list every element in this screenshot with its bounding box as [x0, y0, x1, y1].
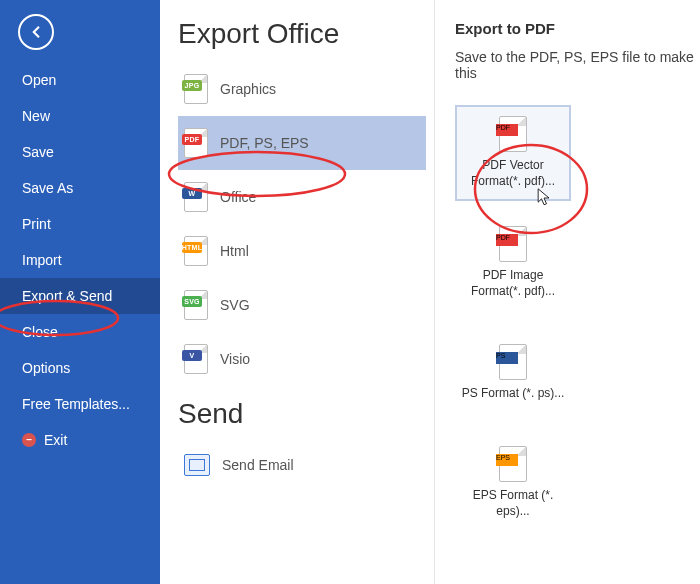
sidebar-item-label: Exit: [44, 432, 67, 448]
right-column: Export to PDF Save to the PDF, PS, EPS f…: [435, 0, 700, 584]
export-item-label: Html: [220, 243, 249, 259]
export-item-label: Visio: [220, 351, 250, 367]
svg-icon: SVG: [184, 290, 208, 320]
sidebar-item-label: Save: [22, 144, 54, 160]
sidebar-item-open[interactable]: Open: [0, 62, 160, 98]
sidebar-item-save-as[interactable]: Save As: [0, 170, 160, 206]
exit-icon: –: [22, 433, 36, 447]
word-icon: W: [184, 182, 208, 212]
pdf-icon: PDF: [184, 128, 208, 158]
app-root: Open New Save Save As Print Import Expor…: [0, 0, 700, 584]
send-item-email[interactable]: Send Email: [178, 442, 426, 488]
export-column: Export Office JPG Graphics PDF PDF, PS, …: [160, 0, 435, 584]
sidebar-item-new[interactable]: New: [0, 98, 160, 134]
export-item-svg[interactable]: SVG SVG: [178, 278, 426, 332]
file-menu-sidebar: Open New Save Save As Print Import Expor…: [0, 0, 160, 584]
sidebar-item-options[interactable]: Options: [0, 350, 160, 386]
sidebar-item-exit[interactable]: – Exit: [0, 422, 160, 458]
tile-label: PDF Vector Format(*. pdf)...: [461, 158, 565, 189]
sidebar-item-print[interactable]: Print: [0, 206, 160, 242]
export-item-label: Graphics: [220, 81, 276, 97]
tile-eps[interactable]: EPS EPS Format (*. eps)...: [455, 435, 571, 531]
export-heading: Export Office: [178, 18, 426, 50]
sidebar-item-import[interactable]: Import: [0, 242, 160, 278]
html-icon: HTML: [184, 236, 208, 266]
pdf-icon: PDF: [499, 226, 527, 262]
sidebar-item-export-send[interactable]: Export & Send: [0, 278, 160, 314]
send-list: Send Email: [178, 442, 426, 488]
sidebar-item-label: Print: [22, 216, 51, 232]
right-heading: Export to PDF: [455, 20, 694, 37]
tile-label: PS Format (*. ps)...: [462, 386, 565, 402]
tile-label: EPS Format (*. eps)...: [461, 488, 565, 519]
visio-icon: V: [184, 344, 208, 374]
pdf-icon: PDF: [499, 116, 527, 152]
tile-label: PDF Image Format(*. pdf)...: [461, 268, 565, 299]
arrow-left-icon: [27, 23, 45, 41]
sidebar-item-label: Options: [22, 360, 70, 376]
sidebar-item-label: Import: [22, 252, 62, 268]
export-item-label: Office: [220, 189, 256, 205]
export-item-visio[interactable]: V Visio: [178, 332, 426, 386]
export-item-label: PDF, PS, EPS: [220, 135, 309, 151]
cursor-icon: [537, 188, 551, 208]
tile-pdf-image[interactable]: PDF PDF Image Format(*. pdf)...: [455, 215, 571, 311]
email-icon: [184, 454, 210, 476]
send-heading: Send: [178, 398, 426, 430]
ps-icon: PS: [499, 344, 527, 380]
sidebar-item-label: Free Templates...: [22, 396, 130, 412]
back-button[interactable]: [18, 14, 54, 50]
sidebar-item-label: Open: [22, 72, 56, 88]
export-item-label: SVG: [220, 297, 250, 313]
export-item-html[interactable]: HTML Html: [178, 224, 426, 278]
send-item-label: Send Email: [222, 457, 294, 473]
content-area: Export Office JPG Graphics PDF PDF, PS, …: [160, 0, 700, 584]
export-item-office[interactable]: W Office: [178, 170, 426, 224]
sidebar-item-close[interactable]: Close: [0, 314, 160, 350]
right-description: Save to the PDF, PS, EPS file to make th…: [455, 49, 694, 81]
sidebar-item-free-templates[interactable]: Free Templates...: [0, 386, 160, 422]
jpg-icon: JPG: [184, 74, 208, 104]
export-item-graphics[interactable]: JPG Graphics: [178, 62, 426, 116]
sidebar-item-save[interactable]: Save: [0, 134, 160, 170]
sidebar-item-label: Close: [22, 324, 58, 340]
tiles-container: PDF PDF Vector Format(*. pdf)... PDF PDF…: [455, 105, 694, 531]
sidebar-item-label: New: [22, 108, 50, 124]
tile-pdf-vector[interactable]: PDF PDF Vector Format(*. pdf)...: [455, 105, 571, 201]
tile-ps[interactable]: PS PS Format (*. ps)...: [455, 325, 571, 421]
sidebar-item-label: Export & Send: [22, 288, 112, 304]
sidebar-item-label: Save As: [22, 180, 73, 196]
export-item-pdf-ps-eps[interactable]: PDF PDF, PS, EPS: [178, 116, 426, 170]
eps-icon: EPS: [499, 446, 527, 482]
export-list: JPG Graphics PDF PDF, PS, EPS W Office H…: [178, 62, 426, 386]
